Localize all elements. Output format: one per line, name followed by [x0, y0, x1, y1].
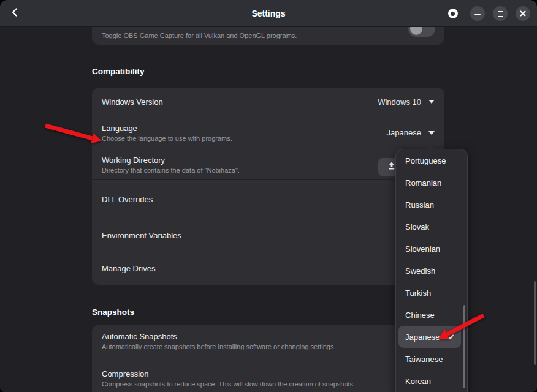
language-option-turkish[interactable]: Turkish — [396, 282, 467, 304]
language-option-slovak[interactable]: Slovak — [396, 216, 467, 238]
language-option-romanian[interactable]: Romanian — [396, 172, 467, 194]
language-dropdown[interactable]: Japanese — [387, 128, 435, 137]
row-windows-version[interactable]: Windows Version Windows 10 — [92, 88, 444, 116]
row-dll-overrides[interactable]: DLL Overrides — [92, 180, 444, 219]
windows-version-dropdown[interactable]: Windows 10 — [378, 97, 435, 107]
check-icon: ✓ — [448, 333, 455, 342]
maximize-button[interactable] — [493, 6, 508, 21]
row-title: Language — [102, 124, 387, 133]
row-environment-variables[interactable]: Environment Variables — [92, 219, 444, 252]
language-option-slovenian[interactable]: Slovenian — [396, 238, 467, 260]
language-option-korean[interactable]: Korean — [396, 370, 467, 392]
section-title-snapshots: Snapshots — [92, 307, 134, 317]
obs-capture-subtitle: Toggle OBS Game Capture for all Vulkan a… — [102, 32, 297, 39]
settings-content: Toggle OBS Game Capture for all Vulkan a… — [0, 27, 537, 392]
header-bar: Settings — [0, 0, 537, 27]
row-title: Windows Version — [102, 97, 378, 107]
row-automatic-snapshots[interactable]: Automatic Snapshots Automatically create… — [92, 325, 444, 358]
compatibility-card: Windows Version Windows 10 Language Choo… — [92, 88, 444, 285]
row-title: Automatic Snapshots — [102, 332, 435, 341]
dropdown-value: Windows 10 — [378, 97, 421, 107]
language-option-portuguese[interactable]: Portuguese — [396, 149, 467, 172]
row-subtitle: Choose the language to use with programs… — [102, 135, 387, 142]
row-language[interactable]: Language Choose the language to use with… — [92, 116, 444, 149]
maximize-icon — [498, 11, 503, 17]
chevron-left-icon — [10, 7, 20, 20]
row-title: Environment Variables — [102, 231, 435, 240]
dropdown-value: Japanese — [387, 128, 421, 137]
row-subtitle: Automatically create snapshots before in… — [102, 343, 435, 350]
row-compression[interactable]: Compression Compress snapshots to reduce… — [92, 358, 444, 392]
snapshots-card: Automatic Snapshots Automatically create… — [92, 325, 444, 392]
row-manage-drives[interactable]: Manage Drives — [92, 252, 444, 285]
close-button[interactable] — [516, 6, 530, 21]
minimize-button[interactable] — [470, 6, 485, 21]
window-scrollbar-thumb[interactable] — [534, 281, 536, 365]
language-option-chinese[interactable]: Chinese — [396, 304, 467, 326]
row-title: DLL Overrides — [102, 195, 435, 204]
section-title-compatibility: Compatibility — [92, 67, 145, 76]
minimize-icon — [474, 14, 481, 15]
obs-capture-toggle[interactable] — [408, 27, 435, 37]
settings-window: Settings Toggle OBS Game Capture for all… — [0, 0, 537, 392]
record-indicator-icon — [448, 9, 458, 18]
row-subtitle: Compress snapshots to reduce space. This… — [102, 380, 435, 388]
row-title: Compression — [102, 369, 435, 379]
popover-scrollbar-thumb[interactable] — [463, 305, 465, 388]
chevron-down-icon — [428, 100, 435, 104]
obs-capture-row: Toggle OBS Game Capture for all Vulkan a… — [92, 27, 444, 45]
language-option-russian[interactable]: Russian — [396, 194, 467, 216]
language-option-taiwanese[interactable]: Taiwanese — [396, 348, 467, 370]
back-button[interactable] — [6, 5, 23, 22]
page-title: Settings — [251, 0, 285, 27]
selected-option-label: Japanese — [405, 333, 440, 342]
row-title: Manage Drives — [102, 264, 435, 273]
header-controls — [448, 0, 530, 27]
language-popover: Portuguese Romanian Russian Slovak Slove… — [395, 149, 468, 392]
language-option-japanese[interactable]: Japanese ✓ — [398, 326, 461, 348]
language-option-swedish[interactable]: Swedish — [396, 260, 467, 282]
popover-arrow-tail — [424, 144, 435, 149]
chevron-down-icon — [428, 131, 435, 135]
